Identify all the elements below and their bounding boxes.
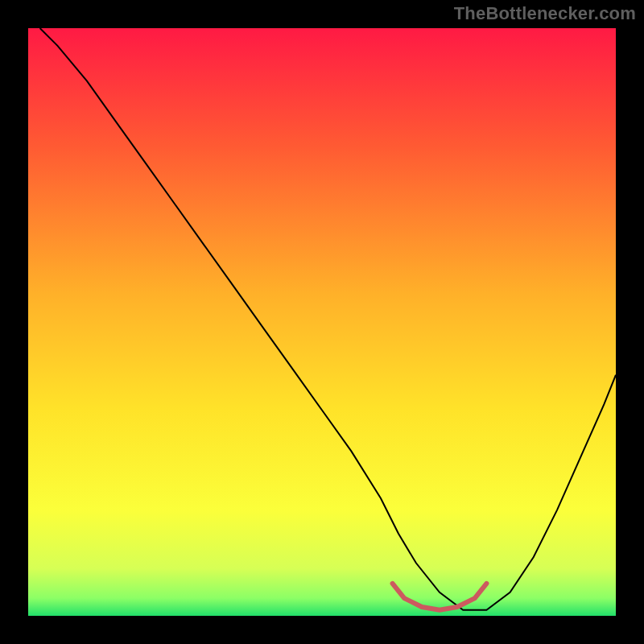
watermark-text: TheBottleneсker.com [454,3,636,24]
chart-frame: TheBottleneсker.com [0,0,644,644]
bottleneck-chart [28,28,616,616]
chart-background [28,28,616,616]
